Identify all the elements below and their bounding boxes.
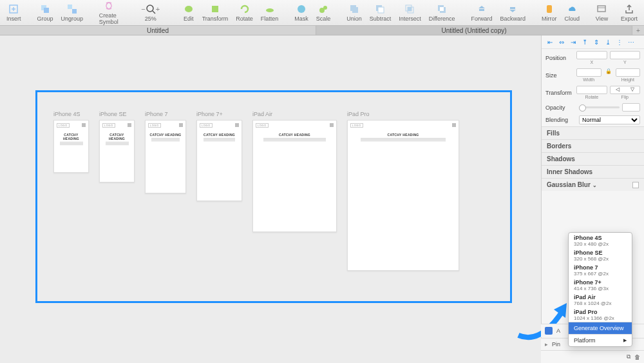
align-bottom-icon[interactable]: ⤓	[603, 37, 612, 46]
union-icon	[348, 3, 360, 15]
artboard[interactable]: iPhone 7+LOGOCATCHY HEADING	[196, 111, 242, 271]
borders-section[interactable]: Borders	[542, 139, 644, 152]
align-top-icon[interactable]: ⤒	[580, 37, 589, 46]
canvas[interactable]: iPhone 4SLOGOCATCHY HEADINGiPhone SELOGO…	[0, 35, 541, 363]
scale-button[interactable]: Scale	[312, 2, 335, 23]
mirror-button[interactable]: Mirror	[538, 2, 561, 23]
device-item[interactable]: iPad Pro1024 x 1366 @2x	[569, 307, 632, 322]
distribute-h-icon[interactable]: ⋮	[615, 37, 624, 46]
flatten-label: Flatten	[261, 15, 279, 22]
tab-untitled-1[interactable]: Untitled	[0, 26, 316, 35]
size-label: Size	[545, 72, 576, 79]
gaussian-blur-section[interactable]: Gaussian Blur ⌄	[542, 178, 644, 191]
svg-point-7	[147, 5, 153, 12]
rotate-button[interactable]: Rotate	[232, 2, 257, 23]
forward-button[interactable]: Forward	[467, 2, 496, 23]
edit-button[interactable]: Edit	[179, 2, 198, 23]
height-sublabel: Height	[621, 77, 634, 82]
size-height-input[interactable]	[616, 68, 641, 77]
artboard-frame[interactable]: LOGOCATCHY HEADING	[347, 120, 459, 271]
artboard[interactable]: iPhone SELOGOCATCHY HEADING	[99, 111, 135, 271]
insert-icon	[8, 3, 19, 15]
flatten-button[interactable]: Flatten	[257, 2, 283, 23]
cloud-button[interactable]: Cloud	[560, 2, 583, 23]
heading-text: CATCHY HEADING	[102, 133, 131, 141]
export-label: Export	[621, 15, 638, 22]
device-name: iPhone SE	[574, 250, 627, 256]
tab-untitled-2[interactable]: Untitled (Untitled copy)	[316, 26, 632, 35]
artboard-frame[interactable]: LOGOCATCHY HEADING	[99, 120, 135, 182]
intersect-button[interactable]: Intersect	[395, 2, 425, 23]
intersect-icon	[404, 3, 415, 15]
artboard[interactable]: iPhone 4SLOGOCATCHY HEADING	[53, 111, 89, 271]
align-center-h-icon[interactable]: ⇔	[557, 37, 566, 46]
size-width-input[interactable]	[576, 68, 601, 77]
artboard[interactable]: iPad ProLOGOCATCHY HEADING	[347, 111, 459, 271]
scale-label: Scale	[316, 15, 331, 22]
duplicate-icon[interactable]: ⧉	[627, 353, 630, 360]
device-item[interactable]: iPhone 7375 x 667 @2x	[569, 262, 632, 277]
toolbar: Insert Group Ungroup Create Symbol −+25%…	[0, 0, 644, 26]
subtract-icon	[374, 3, 386, 15]
lock-aspect-icon[interactable]: 🔒	[604, 68, 613, 82]
create-symbol-icon	[103, 0, 115, 12]
mask-button[interactable]: Mask	[290, 2, 312, 23]
device-item[interactable]: iPhone 7+414 x 736 @3x	[569, 277, 632, 292]
artboard-frame[interactable]: LOGOCATCHY HEADING	[252, 120, 337, 232]
blending-select[interactable]: Normal	[579, 115, 640, 124]
device-name: iPhone 7+	[574, 279, 627, 286]
platform-submenu[interactable]: Platform▶	[569, 334, 632, 346]
trash-icon[interactable]: 🗑	[634, 354, 640, 360]
logo-placeholder: LOGO	[200, 123, 213, 128]
align-left-icon[interactable]: ⇤	[545, 37, 554, 46]
insert-button[interactable]: Insert	[3, 2, 25, 23]
group-button[interactable]: Group	[33, 2, 57, 23]
position-x-input[interactable]	[576, 51, 607, 59]
inner-shadows-section[interactable]: Inner Shadows	[542, 165, 644, 178]
position-y-input[interactable]	[610, 51, 641, 59]
artboard-frame[interactable]: LOGOCATCHY HEADING	[145, 120, 186, 193]
distribute-v-icon[interactable]: ⋯	[627, 37, 636, 46]
device-item[interactable]: iPad Air768 x 1024 @2x	[569, 292, 632, 307]
device-item[interactable]: iPhone 4S320 x 480 @2x	[569, 233, 632, 248]
rotate-input[interactable]	[576, 86, 607, 94]
artboard-label: iPad Air	[252, 111, 337, 117]
opacity-slider[interactable]	[579, 106, 620, 108]
y-sublabel: Y	[623, 60, 627, 64]
backward-button[interactable]: Backward	[497, 2, 530, 23]
fills-section[interactable]: Fills	[542, 126, 644, 139]
subtract-button[interactable]: Subtract	[366, 2, 395, 23]
mask-icon	[296, 3, 307, 15]
opacity-label: Opacity	[545, 104, 576, 111]
align-right-icon[interactable]: ⇥	[569, 37, 578, 46]
blending-label: Blending	[545, 117, 576, 123]
device-item[interactable]: iPhone SE320 x 568 @2x	[569, 248, 632, 262]
export-button[interactable]: Export	[617, 2, 641, 23]
transform-label: Transform	[545, 90, 576, 96]
export-icon	[623, 3, 635, 15]
union-button[interactable]: Union	[343, 2, 366, 23]
shadows-section[interactable]: Shadows	[542, 152, 644, 165]
difference-button[interactable]: Difference	[425, 2, 459, 23]
ungroup-button[interactable]: Ungroup	[57, 2, 87, 23]
flip-control[interactable]: ◁▽	[610, 86, 641, 94]
artboard-frame[interactable]: LOGOCATCHY HEADING	[196, 120, 242, 201]
gaussian-blur-checkbox[interactable]	[632, 182, 639, 188]
lorem-block	[263, 138, 326, 141]
artboard-label: iPad Pro	[347, 111, 459, 117]
artboard[interactable]: iPhone 7LOGOCATCHY HEADING	[145, 111, 186, 271]
artboard[interactable]: iPad AirLOGOCATCHY HEADING	[252, 111, 337, 271]
align-center-v-icon[interactable]: ⇕	[592, 37, 601, 46]
tab-add-button[interactable]: +	[632, 26, 644, 35]
transform-button[interactable]: Transform	[198, 2, 232, 23]
generate-overview-action[interactable]: Generate Overview	[569, 322, 632, 334]
device-dimensions: 320 x 568 @2x	[574, 256, 627, 262]
svg-rect-18	[378, 7, 384, 13]
zoom-control[interactable]: −+25%	[131, 2, 171, 23]
x-sublabel: X	[590, 60, 593, 64]
create-symbol-button[interactable]: Create Symbol	[95, 0, 122, 26]
view-button[interactable]: View	[592, 2, 612, 23]
difference-icon	[436, 3, 448, 15]
artboard-frame[interactable]: LOGOCATCHY HEADING	[53, 120, 89, 173]
opacity-input[interactable]	[622, 103, 640, 112]
